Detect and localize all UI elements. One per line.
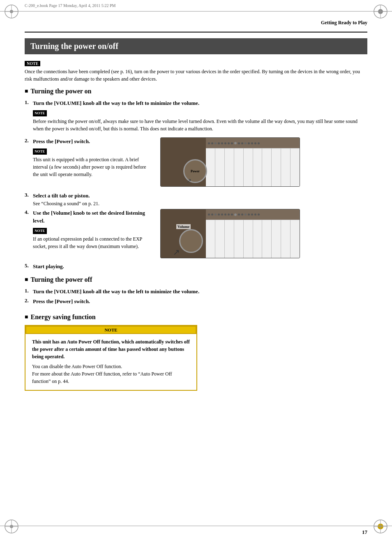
step-on-4-note: If an optional expression pedal is conne… (33, 235, 152, 250)
step-on-5: 5. Start playing. (25, 262, 367, 271)
energy-note-bold: This unit has an Auto Power Off function… (32, 338, 190, 360)
turning-on-heading: Turning the power on (25, 88, 367, 95)
led-row-2 (208, 213, 295, 216)
step-on-4-left: 4. Use the [Volume] knob to set the desi… (25, 209, 152, 252)
keyboard-image-1: Power ↗ (160, 137, 367, 187)
energy-note-header: NOTE (25, 326, 196, 334)
step-on-1-number: 1. (25, 99, 33, 136)
power-label: Power (191, 169, 200, 173)
step-on-4-row: 4. Use the [Volume] knob to set the desi… (25, 209, 367, 258)
volume-knob-circle (179, 229, 203, 253)
power-arrow: ↗ (186, 177, 191, 185)
energy-note-text1: You can disable the Auto Power Off funct… (32, 363, 190, 370)
step-off-2-content: Press the [Power] switch. (33, 297, 367, 306)
main-title: Turning the power on/off (25, 38, 367, 54)
section-divider (25, 32, 367, 32)
step-off-1: 1. Turn the [VOLUME] knob all the way to… (25, 288, 367, 296)
step-off-1-content: Turn the [VOLUME] knob all the way to th… (33, 288, 367, 296)
step-on-2-note: This unit is equipped with a protection … (33, 156, 152, 178)
step-off-2: 2. Press the [Power] switch. (25, 297, 367, 306)
intro-note: NOTE Once the connections have been comp… (25, 60, 367, 83)
step-on-3-body: See “Choosing a sound” on p. 21. (33, 200, 367, 207)
step-on-2-content: Press the [Power] switch. NOTE This unit… (33, 137, 152, 178)
led-row-1 (208, 142, 295, 144)
note-badge-intro: NOTE (25, 61, 40, 66)
note-badge-step2: NOTE (33, 148, 47, 155)
step-off-2-title: Press the [Power] switch. (33, 298, 90, 304)
step-on-2-num-row: 2. Press the [Power] switch. NOTE This u… (25, 137, 152, 178)
keyboard-image-2: Volume ↗ (160, 209, 367, 258)
main-content: Getting Ready to Play Turning the power … (25, 12, 367, 526)
keys-1 (206, 148, 300, 186)
step-on-1-note: Before switching the power on/off, alway… (33, 118, 367, 132)
step-on-2-note-wrap: NOTE This unit is equipped with a protec… (33, 147, 152, 179)
energy-saving-heading: Energy saving function (25, 313, 367, 321)
footer: 17 (0, 526, 392, 538)
note-badge-step1: NOTE (33, 110, 47, 117)
energy-note-box: NOTE This unit has an Auto Power Off fun… (25, 325, 197, 391)
turning-off-heading: Turning the power off (25, 276, 367, 283)
step-on-4-note-wrap: NOTE If an optional expression pedal is … (33, 227, 152, 250)
step-on-4-title: Use the [Volume] knob to set the desired… (33, 210, 145, 224)
step-off-2-number: 2. (25, 297, 33, 306)
step-on-3-title: Select a tilt tab or piston. (33, 192, 90, 199)
step-on-1-content: Turn the [VOLUME] knob all the way to th… (33, 99, 367, 136)
step-on-2-title: Press the [Power] switch. (33, 138, 90, 144)
step-on-5-number: 5. (25, 262, 33, 271)
step-on-5-content: Start playing. (33, 262, 367, 271)
intro-note-text: Once the connections have been completed… (25, 68, 367, 83)
step-off-1-title: Turn the [VOLUME] knob all the way to th… (33, 288, 199, 295)
step-on-2-number: 2. (25, 137, 33, 178)
page-number: 17 (362, 529, 367, 536)
step-on-1-note-wrap: NOTE Before switching the power on/off, … (33, 109, 367, 133)
step-on-2-left: 2. Press the [Power] switch. NOTE This u… (25, 137, 152, 180)
step-on-4-num-row: 4. Use the [Volume] knob to set the desi… (25, 209, 152, 250)
step-on-4-content: Use the [Volume] knob to set the desired… (33, 209, 152, 250)
hand-arrow: ↗ (173, 247, 180, 257)
step-off-1-number: 1. (25, 288, 33, 296)
note-badge-step4: NOTE (33, 228, 47, 234)
step-on-2-row: 2. Press the [Power] switch. NOTE This u… (25, 137, 367, 187)
step-on-1: 1. Turn the [VOLUME] knob all the way to… (25, 99, 367, 136)
step-on-1-title: Turn the [VOLUME] knob all the way to th… (33, 100, 199, 106)
energy-note-text2: For more about the Auto Power Off functi… (32, 370, 190, 385)
step-on-3-number: 3. (25, 192, 33, 207)
header: C-200_e.book Page 17 Monday, April 4, 20… (0, 0, 392, 12)
volume-label: Volume (176, 224, 191, 229)
keys-2 (206, 220, 300, 258)
section-nav: Getting Ready to Play (25, 20, 367, 26)
step-on-4-number: 4. (25, 209, 33, 250)
step-on-3-content: Select a tilt tab or piston. See “Choosi… (33, 192, 367, 207)
step-on-5-title: Start playing. (33, 263, 64, 269)
step-on-3: 3. Select a tilt tab or piston. See “Cho… (25, 192, 367, 207)
header-filename: C-200_e.book Page 17 Monday, April 4, 20… (25, 3, 115, 8)
